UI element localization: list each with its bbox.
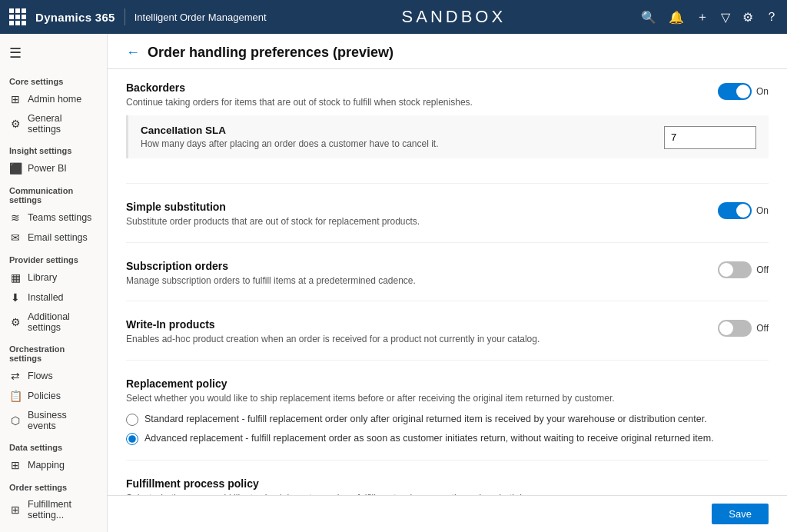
additional-settings-icon: ⚙	[9, 316, 22, 328]
section-label-communication: Communication settings	[0, 178, 107, 208]
sidebar-item-policies[interactable]: 📋 Policies	[0, 386, 107, 406]
sla-title: Cancellation SLA	[141, 125, 664, 136]
sidebar-item-flows[interactable]: ⇄ Flows	[0, 366, 107, 386]
sidebar-item-label: Fulfillment setting...	[28, 499, 98, 520]
sidebar: ☰ Core settings ⊞ Admin home ⚙ General s…	[0, 34, 108, 532]
write-in-products-toggle[interactable]	[718, 320, 752, 337]
fulfillment-process-policy-title: Fulfillment process policy	[126, 477, 769, 490]
sidebar-item-label: Additional settings	[28, 311, 98, 333]
settings-content: Backorders Continue taking orders for it…	[108, 69, 787, 495]
section-label-order: Order settings	[0, 475, 107, 495]
sidebar-item-installed[interactable]: ⬇ Installed	[0, 288, 107, 308]
replacement-advanced-option: Advanced replacement - fulfill replaceme…	[126, 432, 769, 446]
sidebar-item-email-settings[interactable]: ✉ Email settings	[0, 228, 107, 248]
sla-input[interactable]	[664, 126, 756, 149]
sidebar-item-library[interactable]: ▦ Library	[0, 268, 107, 288]
waffle-menu[interactable]	[9, 8, 26, 25]
write-in-products-toggle-label: Off	[756, 323, 769, 334]
sidebar-item-label: General settings	[28, 113, 98, 135]
subscription-orders-info: Subscription orders Manage subscription …	[126, 260, 707, 288]
search-icon[interactable]: 🔍	[641, 10, 656, 25]
sandbox-label: SANDBOX	[276, 7, 632, 27]
sidebar-item-label: Flows	[28, 371, 53, 381]
page-header: ← Order handling preferences (preview)	[108, 34, 787, 69]
flows-icon: ⇄	[9, 370, 22, 382]
sidebar-hamburger[interactable]: ☰	[0, 40, 107, 69]
back-button[interactable]: ←	[126, 45, 140, 61]
write-in-products-block: Write-In products Enables ad-hoc product…	[126, 318, 769, 361]
subscription-orders-toggle[interactable]	[718, 261, 752, 278]
filter-icon[interactable]: ▽	[721, 10, 730, 25]
sidebar-item-label: Installed	[28, 292, 64, 303]
footer: Save	[108, 495, 787, 532]
sidebar-item-label: Mapping	[28, 460, 65, 470]
replacement-standard-option: Standard replacement - fulfill replaceme…	[126, 413, 769, 427]
power-bi-icon: ⬛	[9, 162, 22, 175]
bell-icon[interactable]: 🔔	[669, 10, 684, 25]
backorders-title: Backorders	[126, 81, 707, 94]
sidebar-item-general-settings[interactable]: ⚙ General settings	[0, 109, 107, 138]
app-name-label: Intelligent Order Management	[134, 12, 267, 23]
sla-row: Cancellation SLA How many days after pla…	[141, 125, 756, 149]
simple-substitution-block: Simple substitution Substitute order pro…	[126, 201, 769, 243]
simple-substitution-control: On	[707, 201, 769, 219]
sidebar-item-label: Library	[28, 272, 57, 283]
write-in-products-info: Write-In products Enables ad-hoc product…	[126, 318, 707, 346]
policies-icon: 📋	[9, 390, 22, 402]
teams-icon: ≋	[9, 211, 22, 224]
replacement-policy-title: Replacement policy	[126, 377, 769, 390]
subscription-orders-toggle-label: Off	[756, 264, 769, 275]
replacement-policy-desc: Select whether you would like to ship re…	[126, 392, 769, 405]
help-icon[interactable]: ？	[765, 9, 778, 25]
backorders-info: Backorders Continue taking orders for it…	[126, 81, 707, 109]
plus-icon[interactable]: ＋	[696, 9, 709, 25]
page-title: Order handling preferences (preview)	[148, 45, 394, 61]
sidebar-item-label: Email settings	[28, 232, 88, 243]
sidebar-item-business-events[interactable]: ⬡ Business events	[0, 406, 107, 435]
section-label-insight: Insight settings	[0, 138, 107, 158]
write-in-products-title: Write-In products	[126, 318, 707, 331]
topnav-icons: 🔍 🔔 ＋ ▽ ⚙ ？	[641, 9, 778, 25]
simple-substitution-title: Simple substitution	[126, 201, 707, 213]
subscription-orders-block: Subscription orders Manage subscription …	[126, 260, 769, 302]
replacement-advanced-radio[interactable]	[126, 433, 138, 445]
backorders-toggle[interactable]	[718, 83, 752, 100]
library-icon: ▦	[9, 271, 22, 284]
write-in-products-desc: Enables ad-hoc product creation when an …	[126, 333, 707, 346]
sla-info: Cancellation SLA How many days after pla…	[141, 125, 664, 149]
sidebar-item-teams-settings[interactable]: ≋ Teams settings	[0, 208, 107, 228]
replacement-standard-label: Standard replacement - fulfill replaceme…	[144, 413, 707, 427]
sla-desc: How many days after placing an order doe…	[141, 138, 664, 149]
simple-substitution-toggle-label: On	[756, 205, 769, 216]
sidebar-item-additional-settings[interactable]: ⚙ Additional settings	[0, 308, 107, 337]
sidebar-item-label: Power BI	[28, 163, 67, 174]
replacement-standard-radio[interactable]	[126, 414, 138, 426]
fulfillment-process-policy-block: Fulfillment process policy Select whethe…	[126, 477, 769, 495]
simple-substitution-row: Simple substitution Substitute order pro…	[126, 201, 769, 228]
sidebar-item-admin-home[interactable]: ⊞ Admin home	[0, 89, 107, 109]
sidebar-item-power-bi[interactable]: ⬛ Power BI	[0, 158, 107, 178]
sla-control	[664, 125, 756, 149]
sidebar-item-label: Business events	[28, 410, 98, 431]
topnav: Dynamics 365 Intelligent Order Managemen…	[0, 0, 787, 34]
save-button[interactable]: Save	[712, 504, 769, 524]
backorders-block: Backorders Continue taking orders for it…	[126, 81, 769, 184]
section-label-data: Data settings	[0, 435, 107, 455]
simple-substitution-desc: Substitute order products that are out o…	[126, 215, 707, 228]
write-in-products-row: Write-In products Enables ad-hoc product…	[126, 318, 769, 346]
replacement-advanced-label: Advanced replacement - fulfill replaceme…	[144, 432, 714, 446]
mapping-icon: ⊞	[9, 459, 22, 471]
nav-divider	[125, 8, 125, 25]
gear-icon[interactable]: ⚙	[742, 10, 753, 25]
sidebar-item-mapping[interactable]: ⊞ Mapping	[0, 455, 107, 475]
backorders-control: On	[707, 81, 769, 100]
sidebar-item-label: Admin home	[28, 94, 81, 105]
layout: ☰ Core settings ⊞ Admin home ⚙ General s…	[0, 34, 787, 532]
main-area: ← Order handling preferences (preview) B…	[108, 34, 787, 532]
subscription-orders-row: Subscription orders Manage subscription …	[126, 260, 769, 288]
sidebar-item-label: Teams settings	[28, 212, 91, 223]
business-events-icon: ⬡	[9, 414, 22, 427]
write-in-products-control: Off	[707, 318, 769, 337]
sidebar-item-fulfillment-settings[interactable]: ⊞ Fulfillment setting...	[0, 495, 107, 524]
simple-substitution-toggle[interactable]	[718, 202, 752, 219]
